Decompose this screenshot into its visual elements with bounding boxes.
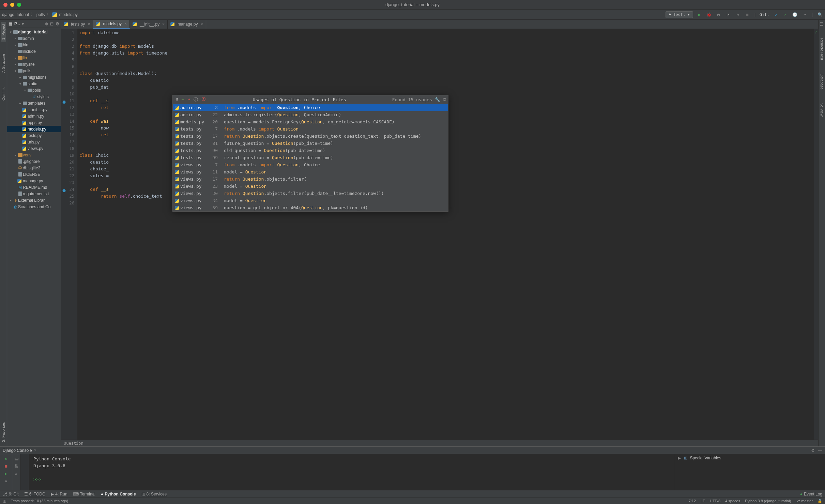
usage-row[interactable]: tests.py7from .models import Question bbox=[173, 125, 448, 133]
tree-row[interactable]: #style.c bbox=[7, 93, 61, 100]
editor-breadcrumb-item[interactable]: Question bbox=[64, 441, 83, 446]
run-icon[interactable]: ▶ bbox=[5, 471, 7, 476]
tool-git[interactable]: ⎇ 9: Git bbox=[3, 492, 19, 497]
stop-icon[interactable]: ■ bbox=[5, 464, 7, 469]
gear-icon[interactable]: ⚙ bbox=[811, 448, 815, 453]
maximize-window-icon[interactable] bbox=[17, 3, 21, 7]
tree-row[interactable]: ⛁db.sqlite3 bbox=[7, 165, 61, 171]
tool-todo[interactable]: ☲ 6: TODO bbox=[24, 492, 46, 497]
tree-row[interactable]: ▸admin bbox=[7, 35, 61, 42]
usage-row[interactable]: tests.py99recent_question = Question(pub… bbox=[173, 154, 448, 161]
profile-icon[interactable]: ◔ bbox=[725, 12, 731, 18]
tree-row[interactable]: ▸bin bbox=[7, 42, 61, 48]
console-tab-name[interactable]: Django Console bbox=[3, 448, 32, 453]
git-commit-icon[interactable]: ✓ bbox=[782, 12, 789, 18]
tab-project[interactable]: 1: Project bbox=[1, 22, 6, 42]
tree-row[interactable]: ▾django_tutorial bbox=[7, 29, 61, 35]
console-variables[interactable]: ▶ ⊞ Special Variables bbox=[675, 454, 825, 490]
search-icon[interactable]: 🔍 bbox=[817, 12, 823, 18]
breadcrumb-item[interactable]: polls bbox=[36, 12, 45, 17]
next-icon[interactable]: → bbox=[187, 96, 191, 103]
attach-icon[interactable]: 🖴 bbox=[14, 456, 18, 461]
more-icon[interactable]: » bbox=[15, 471, 17, 476]
usage-row[interactable]: admin.py22admin.site.register(Question, … bbox=[173, 111, 448, 118]
tree-row[interactable]: __init__.py bbox=[7, 106, 61, 113]
console-output[interactable]: Python Console Django 3.0.6 >>> bbox=[20, 454, 675, 490]
file-encoding[interactable]: UTF-8 bbox=[710, 499, 720, 503]
run-configuration-selector[interactable]: ⚑ Test: ▾ bbox=[666, 11, 693, 18]
tree-row[interactable]: apps.py bbox=[7, 119, 61, 126]
tool-python-console[interactable]: ● Python Console bbox=[101, 492, 136, 497]
editor-tab[interactable]: tests.py× bbox=[61, 20, 93, 29]
line-separator[interactable]: LF bbox=[701, 499, 705, 503]
minimize-window-icon[interactable] bbox=[10, 3, 14, 7]
git-branch[interactable]: ⎇ master bbox=[796, 499, 813, 503]
coverage-icon[interactable]: ◴ bbox=[716, 12, 722, 18]
print-icon[interactable]: 🖶 bbox=[14, 464, 18, 469]
editor-tab[interactable]: manage.py× bbox=[168, 20, 206, 29]
usage-row[interactable]: views.py11model = Question bbox=[173, 168, 448, 175]
usage-row[interactable]: views.py39question = get_object_or_404(Q… bbox=[173, 204, 448, 211]
usage-row[interactable]: models.py20question = models.ForeignKey(… bbox=[173, 118, 448, 125]
tree-row[interactable]: requirements.t bbox=[7, 190, 61, 197]
tree-row[interactable]: tests.py bbox=[7, 132, 61, 139]
tree-row[interactable]: urls.py bbox=[7, 139, 61, 145]
code-content[interactable]: import datetime from django.db import mo… bbox=[77, 29, 818, 440]
tree-row[interactable]: ▾polls bbox=[7, 87, 61, 93]
usage-row[interactable]: tests.py81future_question = Question(pub… bbox=[173, 140, 448, 147]
tree-row[interactable]: .gitignore bbox=[7, 158, 61, 165]
revert-icon[interactable]: ↶ bbox=[801, 12, 808, 18]
tree-row[interactable]: ▸venv bbox=[7, 152, 61, 158]
tab-structure[interactable]: 7: Structure bbox=[1, 52, 6, 75]
usage-row[interactable]: views.py7from .models import Question, C… bbox=[173, 161, 448, 168]
tree-row[interactable]: MREADME.md bbox=[7, 184, 61, 190]
expand-icon[interactable]: ▶ bbox=[678, 456, 681, 460]
editor-tab[interactable]: __init__.py× bbox=[130, 20, 168, 29]
rerun-icon[interactable]: ↻ bbox=[5, 456, 7, 461]
git-update-icon[interactable]: ↙ bbox=[773, 12, 779, 18]
highlight-icon[interactable]: ⦿ bbox=[201, 96, 207, 103]
console-prompt[interactable]: >>> bbox=[23, 476, 672, 483]
info-icon[interactable]: ⓘ bbox=[193, 96, 199, 103]
tree-row[interactable]: models.py bbox=[7, 126, 61, 132]
usage-row[interactable]: tests.py90old_question = Question(pub_da… bbox=[173, 147, 448, 154]
close-icon[interactable]: × bbox=[124, 21, 127, 26]
tree-row[interactable]: manage.py bbox=[7, 178, 61, 184]
event-log[interactable]: ● Event Log bbox=[800, 492, 822, 497]
code-editor[interactable]: 12345678910⬤11121314151617181920212223⬤2… bbox=[61, 29, 818, 440]
tool-run[interactable]: ▶ 4: Run bbox=[51, 492, 67, 497]
usage-row[interactable]: admin.py3from .models import Question, C… bbox=[173, 104, 448, 111]
tree-row[interactable]: ▾static bbox=[7, 80, 61, 87]
prev-icon[interactable]: ← bbox=[181, 96, 185, 103]
filter-icon[interactable]: ⇵ bbox=[175, 96, 179, 103]
usage-row[interactable]: views.py34model = Question bbox=[173, 197, 448, 204]
tool-services[interactable]: ◫ 8: Services bbox=[141, 492, 167, 497]
concurrency-icon[interactable]: ⎋ bbox=[735, 12, 741, 18]
project-tree[interactable]: ▾django_tutorial▸admin▸bininclude▸lib▸my… bbox=[7, 28, 61, 446]
stop-icon[interactable]: ■ bbox=[744, 12, 750, 18]
usage-row[interactable]: views.py17return Question.objects.filter… bbox=[173, 175, 448, 183]
debug-icon[interactable]: 🐞 bbox=[706, 12, 712, 18]
tree-row[interactable]: views.py bbox=[7, 145, 61, 152]
locate-icon[interactable]: ⊕ bbox=[45, 21, 48, 26]
error-stripe[interactable]: ✓ bbox=[814, 29, 818, 440]
tab-commit[interactable]: Commit bbox=[1, 86, 6, 103]
tree-row[interactable]: include bbox=[7, 48, 61, 55]
interpreter[interactable]: Python 3.8 (django_tutorial) bbox=[745, 499, 791, 503]
usage-row[interactable]: views.py23model = Question bbox=[173, 183, 448, 190]
editor-breadcrumb-bar[interactable]: Question bbox=[61, 440, 818, 446]
window-controls[interactable] bbox=[3, 3, 21, 7]
close-window-icon[interactable] bbox=[3, 3, 7, 7]
git-history-icon[interactable]: 🕑 bbox=[792, 12, 798, 18]
tool-terminal[interactable]: ⌨ Terminal bbox=[73, 492, 95, 497]
wrench-icon[interactable]: 🔧 bbox=[435, 97, 440, 102]
menu-icon[interactable]: ☰ bbox=[820, 22, 824, 27]
pin-icon[interactable]: ⧉ bbox=[443, 97, 446, 102]
close-icon[interactable]: × bbox=[88, 22, 90, 27]
lock-icon[interactable]: 🔒 bbox=[818, 499, 822, 503]
tree-row[interactable]: ▸mysite bbox=[7, 61, 61, 67]
editor-tab[interactable]: models.py× bbox=[93, 20, 130, 29]
close-icon[interactable]: × bbox=[201, 22, 203, 27]
tab-remote-host[interactable]: Remote Host bbox=[819, 36, 825, 62]
more-icon[interactable]: » bbox=[5, 479, 7, 484]
